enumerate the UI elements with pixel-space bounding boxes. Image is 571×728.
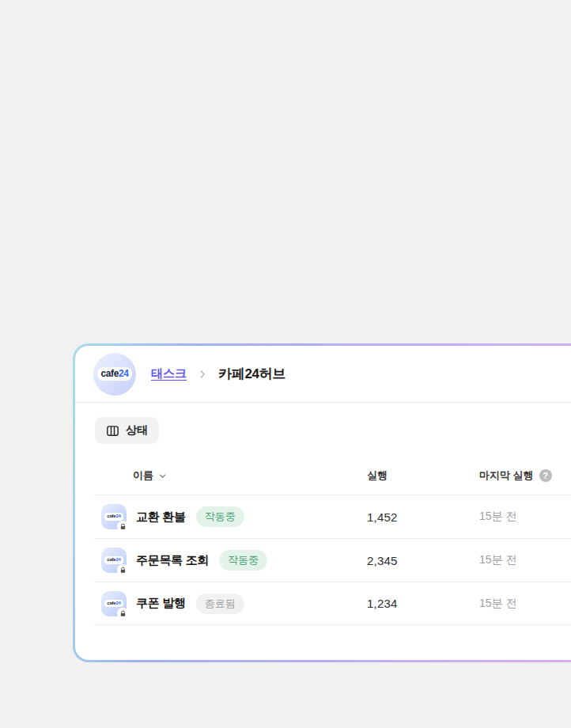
cafe24-app-icon: cafe24 xyxy=(101,548,127,573)
column-header-name[interactable]: 이름 xyxy=(101,468,367,483)
task-name: 교환 환불 xyxy=(136,510,186,525)
run-count: 1,452 xyxy=(367,510,479,524)
cafe24-logo-wordmark: cafe24 xyxy=(97,367,133,381)
table-header-row: 이름 실행 마지막 실행 ? xyxy=(94,444,571,495)
last-run-time: 15분 전 xyxy=(479,597,571,611)
column-header-runs: 실행 xyxy=(367,468,479,483)
lock-icon xyxy=(117,608,129,620)
columns-icon xyxy=(106,424,119,438)
status-view-button[interactable]: 상태 xyxy=(95,417,159,444)
cafe24-app-icon: cafe24 xyxy=(101,504,127,529)
column-header-last-run: 마지막 실행 ? xyxy=(479,468,571,483)
run-count: 2,345 xyxy=(367,554,479,567)
help-icon[interactable]: ? xyxy=(539,469,552,482)
status-badge: 종료됨 xyxy=(196,593,244,614)
page-title: 카페24허브 xyxy=(218,365,286,383)
card-surface: cafe24 태스크 카페24허브 상태 xyxy=(75,346,571,660)
status-view-button-label: 상태 xyxy=(126,423,148,438)
breadcrumb-link-tasks[interactable]: 태스크 xyxy=(151,366,187,381)
card-header: cafe24 태스크 카페24허브 xyxy=(75,346,571,402)
chevron-right-icon xyxy=(197,369,208,380)
cafe24-app-icon: cafe24 xyxy=(101,591,127,616)
run-count: 1,234 xyxy=(367,597,479,610)
task-dashboard-card: cafe24 태스크 카페24허브 상태 xyxy=(73,343,571,662)
lock-icon xyxy=(117,521,129,533)
breadcrumb: 태스크 카페24허브 xyxy=(151,365,286,383)
last-run-time: 15분 전 xyxy=(479,553,571,567)
task-row[interactable]: cafe24 쿠폰 발행 종료됨 1,234 15분 전 xyxy=(94,582,571,625)
chevron-down-icon xyxy=(158,472,167,480)
cafe24-logo: cafe24 xyxy=(93,353,136,396)
task-row[interactable]: cafe24 교환 환불 작동중 1,452 15분 전 xyxy=(94,495,571,538)
status-badge: 작동중 xyxy=(196,506,244,527)
task-name: 주문목록 조회 xyxy=(136,553,209,568)
toolbar: 상태 xyxy=(75,403,571,444)
status-badge: 작동중 xyxy=(219,550,267,571)
task-table: 이름 실행 마지막 실행 ? cafe24 xyxy=(94,444,571,625)
column-header-last-run-label: 마지막 실행 xyxy=(479,468,534,483)
task-row[interactable]: cafe24 주문목록 조회 작동중 2,345 15분 전 xyxy=(94,538,571,582)
lock-icon xyxy=(117,564,129,576)
column-header-name-label: 이름 xyxy=(133,468,153,483)
task-name: 쿠폰 발행 xyxy=(136,596,186,611)
column-header-runs-label: 실행 xyxy=(367,469,388,481)
last-run-time: 15분 전 xyxy=(479,510,571,524)
